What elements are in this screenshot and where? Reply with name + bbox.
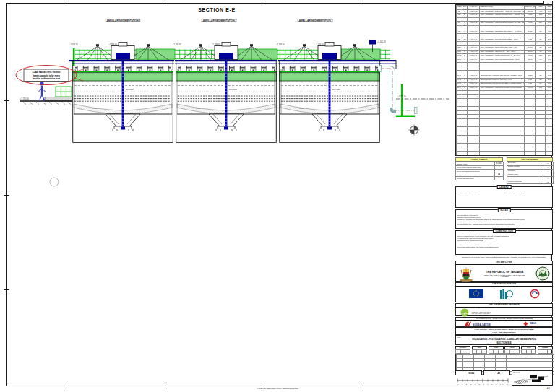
authority-emblem-icon <box>535 266 550 281</box>
table-row: WTP <box>489 350 503 354</box>
level-flag-icon <box>369 40 376 45</box>
table-cell <box>546 155 554 156</box>
frame-tick <box>361 1 361 6</box>
size-box: SIZE A1 <box>483 370 510 375</box>
frame-tick <box>262 1 262 6</box>
legend-title: LEGEND <box>496 185 512 190</box>
engineer-address-line: TANZANIA <box>472 315 494 317</box>
subtitle-tank-1: LAMELLAR SEDIMENTATION 1 <box>72 19 173 22</box>
scale-value: 1:100 <box>462 371 481 375</box>
table-cell: 1 <box>538 350 543 354</box>
table-cell: 4 <box>548 350 553 354</box>
elevation-label: +1,135.00 <box>397 95 406 98</box>
project-description: LAKE VICTORIA - SIMIYU WATER SUPPLY AND … <box>455 327 553 335</box>
benchmark-icon <box>409 125 420 136</box>
engineer-logo-text: egis <box>462 311 468 315</box>
grid-bubble <box>50 178 59 186</box>
size-value: A1 <box>488 371 509 375</box>
table-cell: T <box>494 350 499 354</box>
table-row: Grout under base plates : non-shrink cem… <box>456 246 552 248</box>
callout-line-2: frames capacity to be every <box>33 74 60 77</box>
bottom-strip: SCALE 1:100 SIZE A1 0 1 2 3 4 5 6 7 8 9 … <box>455 370 553 386</box>
drawing-title-line1: COAGULATION - FLOCCULATION - LAMELLAR SE… <box>456 338 552 341</box>
development-agency-logo-icon <box>500 289 513 299</box>
table-cell <box>515 350 520 354</box>
elevation-label: +1,139.40 <box>212 43 220 46</box>
eu-flag-icon <box>469 289 483 298</box>
scale-label: SCALE <box>456 371 462 375</box>
section-drawing: drive shaft sludge <box>0 26 454 199</box>
legend-box: LEGEND DW = Drain waterFL = Ferric chlor… <box>455 186 553 208</box>
table-cell: SW = Service water <box>456 196 505 199</box>
tanzania-coat-of-arms-icon <box>458 266 474 282</box>
key-plan: KEY PLAN <box>512 370 553 386</box>
equipment-count-table: LIST OF EQUIPMENT Drive unit3Sludge scra… <box>507 157 553 184</box>
table-cell: Hole with threaded insert <box>456 177 495 180</box>
field-group-originator: ORIG. EGS <box>472 346 487 354</box>
table-row: DWG <box>522 350 536 354</box>
table-cell <box>525 155 536 156</box>
construction-title: CONSTRUCTION <box>492 229 515 234</box>
employer-sub2: AUTHORITY <box>476 276 534 277</box>
table-cell: ○ <box>495 177 504 180</box>
field-group-number: NUMBER 104 <box>538 346 553 354</box>
table-row: 104 <box>538 350 552 354</box>
contractor-logo-left: SOGEA-SATOM <box>459 321 507 327</box>
elevation-label: +1,139.40 <box>315 43 324 46</box>
engineer-block: THE SUPERVISING ENGINEER egis EGIS EAU -… <box>455 303 553 316</box>
subtitle-tank-2: LAMELLAR SEDIMENTATION 2 <box>168 19 270 22</box>
equipment-table: ITEMQTYPART No.DESIGNATIONUNIT MASS (kg)… <box>456 5 553 156</box>
left-ground-group <box>20 82 72 104</box>
notes-box: NOTES Levels and dimensions in metres. T… <box>455 209 553 229</box>
field-group-project: PROJECT SHY <box>455 346 470 354</box>
field-group-zone: ZONE WTP <box>489 346 504 354</box>
key-plan-map <box>512 373 551 384</box>
frame-tick <box>64 1 64 6</box>
frame-tick <box>64 383 64 388</box>
table-row: EGS <box>472 350 486 354</box>
table-cell: D <box>522 350 527 354</box>
equipment-table-box: ITEMQTYPART No.DESIGNATIONUNIT MASS (kg)… <box>455 4 553 156</box>
table-row: SW = Service waterPM = Polymer dosing li… <box>456 196 552 199</box>
employer-block: THE EMPLOYER THE REPUBLIC OF TANZANIA SH… <box>455 261 553 282</box>
cooperation-logo-icon <box>530 289 540 299</box>
table-cell: Grout under base plates : non-shrink cem… <box>456 246 552 248</box>
field-group-level: LEVEL 03 <box>504 346 520 354</box>
elevation-label: +1,141.20 <box>377 40 386 43</box>
frame-tick <box>163 383 163 388</box>
table-row: SHY <box>456 350 470 354</box>
project-line: LOT 1 - TREATMENT WORKS <box>456 331 552 333</box>
table-row: For information only : lamella pack deta… <box>456 223 552 225</box>
table-cell: Lamella modules <box>507 180 543 184</box>
field-group-type: TYPE DWG <box>521 346 536 354</box>
callout-line-1: LOAD RAISER unit / fixation <box>33 71 61 74</box>
engineer-logo-icon: egis <box>460 308 469 317</box>
sheet-size-label: A1 <box>547 387 550 390</box>
contractor-left-text: SOGEA-SATOM <box>473 323 491 326</box>
table-cell: S <box>482 350 487 354</box>
scale-box: SCALE 1:100 <box>455 370 482 375</box>
fields-row: PROJECT SHY ORIG. EGS ZONE WTP LEVEL 03 … <box>455 346 553 354</box>
table-cell: E <box>472 350 477 354</box>
subtitle-tank-3: LAMELLAR SEDIMENTATION 3 <box>264 19 366 22</box>
table-row: 03 <box>505 350 520 354</box>
elevation-label: +1,139.40 <box>69 43 78 46</box>
callout-line-3: lamellar sedimentation tank <box>33 77 60 80</box>
page-title: SECTION E-E <box>0 7 434 12</box>
elevation-label: +1,139.40 <box>276 43 285 46</box>
ladder-panel <box>56 87 72 97</box>
elevation-label: +1,139.40 <box>173 43 181 46</box>
table-cell: PM = Polymer dosing line <box>505 196 552 199</box>
scalebar: 0 1 2 3 4 5 6 7 8 9 10 m <box>455 377 510 386</box>
table-cell: G <box>477 350 482 354</box>
construction-box: CONSTRUCTION Concrete : C30/37 for water… <box>455 230 553 255</box>
table-cell: S <box>456 350 461 354</box>
table-row <box>457 155 554 156</box>
revision-table-box: 001/24COLCSPMFIRST ISSUEREVDATEDRAWNCHEC… <box>455 354 553 370</box>
drawing-title-box: TITLE COAGULATION - FLOCCULATION - LAMEL… <box>455 335 553 345</box>
frame-tick <box>163 1 163 6</box>
table-row: Lamella modules18 <box>507 180 554 184</box>
table-cell <box>480 155 525 156</box>
fixings-symbol-table: FIXINGS - SYMBOLS DESIGNATIONSYM.Anchor … <box>455 157 503 180</box>
funding-block: THE FUNDING PARTIES <box>455 282 553 302</box>
